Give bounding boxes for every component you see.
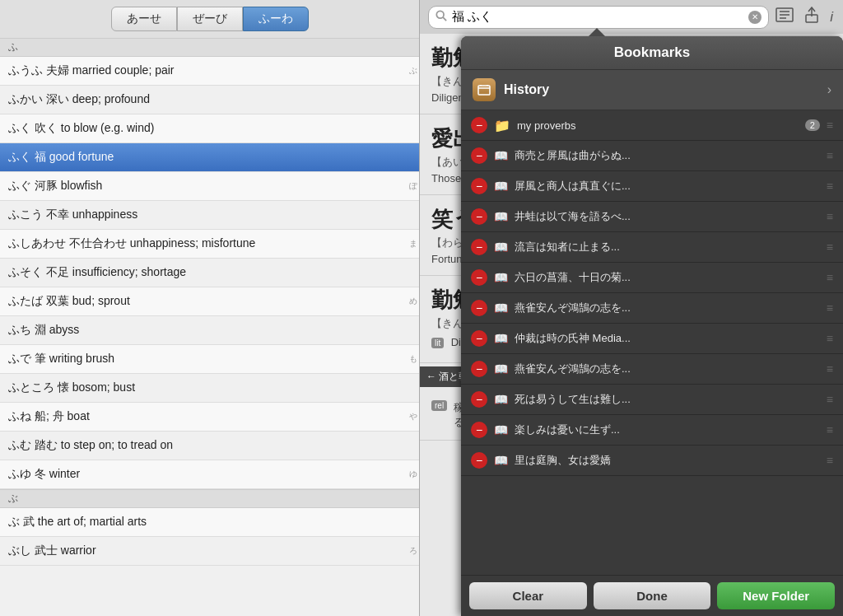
list-item[interactable]: ふむ 踏む to step on; to tread on: [0, 432, 419, 460]
word-text: ふく 福 good fortune: [8, 150, 411, 165]
search-icons: i: [774, 5, 835, 29]
delete-button[interactable]: −: [471, 178, 487, 194]
drag-handle-icon[interactable]: ≡: [827, 393, 833, 406]
bookmarks-overlay: Bookmarks History › − 📁 my proverbs 2: [461, 36, 843, 616]
list-item-selected[interactable]: ふく 福 good fortune: [0, 143, 419, 172]
svg-rect-8: [478, 86, 490, 95]
list-item[interactable]: ふゆ 冬 winter ゆ: [0, 460, 419, 489]
index-label: ろ: [409, 545, 417, 557]
info-icon-button[interactable]: i: [828, 7, 835, 27]
bookmark-text: 死は易うして生は難し...: [515, 392, 820, 407]
index-label: ゆ: [409, 469, 417, 480]
list-item[interactable]: ふく 吹く to blow (e.g. wind): [0, 114, 419, 143]
index-label: も: [409, 353, 417, 365]
bookmark-text: 流言は知者に止まる...: [515, 240, 820, 254]
tab-bar: あーせ ぜーび ふーわ: [0, 0, 419, 38]
search-input[interactable]: [452, 10, 743, 24]
bookmark-item[interactable]: − 📖 死は易うして生は難し... ≡: [461, 385, 843, 415]
tab-zebi[interactable]: ぜーび: [177, 7, 243, 31]
list-item[interactable]: ふね 船; 舟 boat や: [0, 403, 419, 432]
bookmark-text: 里は庭胸、女は愛嬌: [515, 453, 820, 468]
history-row[interactable]: History ›: [461, 70, 843, 110]
bookmark-item[interactable]: − 📖 仲裁は時の氏神 Media... ≡: [461, 324, 843, 354]
drag-handle-icon[interactable]: ≡: [827, 149, 833, 162]
delete-button[interactable]: −: [471, 239, 487, 255]
book-icon: 📖: [494, 332, 508, 345]
delete-button[interactable]: −: [471, 330, 487, 347]
bookmark-text: 六日の菖蒲、十日の菊...: [515, 270, 820, 285]
book-icon: 📖: [494, 210, 508, 223]
bookmark-item[interactable]: − 📖 里は庭胸、女は愛嬌 ≡: [461, 446, 843, 476]
list-item[interactable]: ふかい 深い deep; profound: [0, 86, 419, 114]
clear-button[interactable]: Clear: [469, 582, 587, 609]
drag-handle-icon[interactable]: ≡: [827, 271, 833, 284]
drag-handle-icon[interactable]: ≡: [827, 240, 833, 254]
list-item[interactable]: ぶ 武 the art of; martial arts: [0, 508, 419, 537]
word-text: ふむ 踏む to step on; to tread on: [8, 438, 411, 453]
delete-button[interactable]: −: [471, 147, 487, 164]
list-item[interactable]: ふで 筆 writing brush も: [0, 345, 419, 374]
bookmark-item[interactable]: − 📖 六日の菖蒲、十日の菊... ≡: [461, 263, 843, 293]
bookmark-item-folder[interactable]: − 📁 my proverbs 2 ≡: [461, 110, 843, 141]
book-icon: 📖: [494, 393, 508, 406]
drag-handle-icon[interactable]: ≡: [827, 332, 833, 345]
bookmark-item[interactable]: − 📖 楽しみは憂いに生ず... ≡: [461, 415, 843, 446]
drag-handle-icon[interactable]: ≡: [827, 423, 833, 436]
folder-icon: 📁: [494, 118, 510, 133]
drag-handle-icon[interactable]: ≡: [827, 362, 833, 376]
list-item[interactable]: ぶし 武士 warrior ろ: [0, 537, 419, 566]
list-item[interactable]: ふこう 不幸 unhappiness: [0, 201, 419, 230]
word-text: ふそく 不足 insufficiency; shortage: [8, 265, 411, 280]
drag-handle-icon[interactable]: ≡: [827, 210, 833, 223]
bookmark-item[interactable]: − 📖 井蛙は以て海を語るべ... ≡: [461, 202, 843, 232]
delete-button[interactable]: −: [471, 269, 487, 286]
bookmark-text: 井蛙は以て海を語るべ...: [515, 209, 820, 224]
index-label: や: [409, 411, 417, 422]
delete-button[interactable]: −: [471, 422, 487, 438]
bookmark-icon-button[interactable]: [774, 6, 795, 28]
search-clear-button[interactable]: ✕: [748, 11, 761, 24]
delete-button[interactable]: −: [471, 391, 487, 408]
word-text: ぶし 武士 warrior: [8, 544, 411, 558]
list-item[interactable]: ふそく 不足 insufficiency; shortage: [0, 259, 419, 287]
index-label: ぶ: [409, 65, 417, 77]
delete-button[interactable]: −: [471, 117, 487, 133]
word-text: ふぐ 河豚 blowfish: [8, 179, 411, 194]
bookmark-text: 燕雀安んぞ鴻鵠の志を...: [515, 301, 820, 315]
list-item[interactable]: ふたば 双葉 bud; sprout め: [0, 287, 419, 316]
share-icon-button[interactable]: [803, 5, 820, 29]
tab-fuwa[interactable]: ふーわ: [243, 7, 309, 31]
bookmark-item[interactable]: − 📖 屏風と商人は真直ぐに... ≡: [461, 171, 843, 202]
drag-handle-icon[interactable]: ≡: [827, 119, 833, 132]
bookmark-text: 仲裁は時の氏神 Media...: [515, 331, 820, 346]
delete-button[interactable]: −: [471, 300, 487, 316]
tab-ase[interactable]: あーせ: [111, 7, 177, 31]
list-item[interactable]: ふぐ 河豚 blowfish ぽ: [0, 172, 419, 201]
delete-button[interactable]: −: [471, 361, 487, 377]
word-text: ふゆ 冬 winter: [8, 467, 411, 482]
literal-badge: lit: [431, 338, 444, 348]
search-bar: ✕ i: [420, 0, 843, 34]
drag-handle-icon[interactable]: ≡: [827, 180, 833, 193]
list-item[interactable]: ふち 淵 abyss: [0, 316, 419, 345]
list-item[interactable]: ふうふ 夫婦 married couple; pair ぶ: [0, 57, 419, 86]
word-text: ふかい 深い deep; profound: [8, 92, 411, 107]
bookmarks-header: Bookmarks: [461, 36, 843, 70]
drag-handle-icon[interactable]: ≡: [827, 454, 833, 467]
list-item[interactable]: ふところ 懐 bosom; bust: [0, 374, 419, 403]
delete-button[interactable]: −: [471, 452, 487, 469]
drag-handle-icon[interactable]: ≡: [827, 301, 833, 315]
bookmark-item[interactable]: − 📖 燕雀安んぞ鴻鵠の志を... ≡: [461, 293, 843, 324]
done-button[interactable]: Done: [594, 582, 711, 609]
new-folder-button[interactable]: New Folder: [717, 582, 835, 609]
bookmark-item[interactable]: − 📖 燕雀安んぞ鴻鵠の志を... ≡: [461, 354, 843, 385]
word-text: ふで 筆 writing brush: [8, 352, 411, 366]
bookmark-item[interactable]: − 📖 商売と屏風は曲がらぬ... ≡: [461, 141, 843, 171]
word-text: ぶ 武 the art of; martial arts: [8, 515, 411, 530]
bookmark-item[interactable]: − 📖 流言は知者に止まる... ≡: [461, 232, 843, 263]
word-text: ふね 船; 舟 boat: [8, 409, 411, 424]
book-icon: 📖: [494, 454, 508, 467]
delete-button[interactable]: −: [471, 208, 487, 225]
svg-line-1: [443, 17, 446, 21]
list-item[interactable]: ふしあわせ 不仕合わせ unhappiness; misfortune ま: [0, 230, 419, 259]
